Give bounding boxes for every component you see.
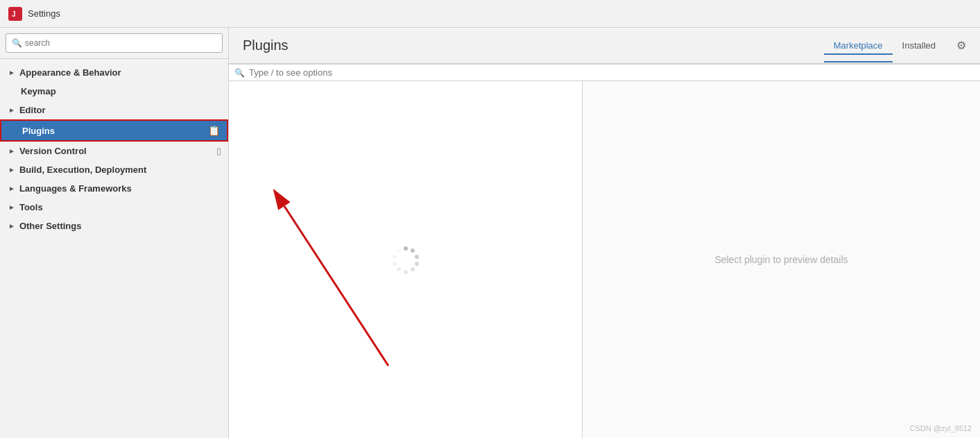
sidebar-item-label: Version Control <box>19 146 87 156</box>
loading-spinner <box>390 244 421 275</box>
svg-point-11 <box>397 249 401 253</box>
sidebar-search-input[interactable] <box>25 38 216 48</box>
settings-window: J Settings 🔍 ► Appearance & Behavior <box>0 0 980 438</box>
svg-point-10 <box>393 255 397 259</box>
sidebar: 🔍 ► Appearance & Behavior Keymap ► <box>0 28 229 438</box>
sidebar-item-keymap[interactable]: Keymap <box>0 82 228 101</box>
sidebar-item-other-settings[interactable]: ► Other Settings <box>0 217 228 235</box>
svg-point-7 <box>404 270 408 274</box>
sidebar-nav: ► Appearance & Behavior Keymap ► Editor … <box>0 59 228 438</box>
sidebar-item-appearance-behavior[interactable]: ► Appearance & Behavior <box>0 63 228 82</box>
tab-marketplace[interactable]: Marketplace <box>824 36 893 55</box>
chevron-right-icon: ► <box>8 147 15 155</box>
copy-icon: 📋 <box>208 125 220 136</box>
window-title: Settings <box>28 8 60 19</box>
svg-point-5 <box>415 262 419 266</box>
svg-line-13 <box>284 206 388 366</box>
svg-point-9 <box>393 262 397 266</box>
plugins-header: Plugins Marketplace Installed ⚙ <box>229 28 980 64</box>
watermark: CSDN @zyl_9512 <box>910 424 972 432</box>
gear-icon[interactable]: ⚙ <box>956 39 966 52</box>
plugin-list-panel <box>229 81 583 438</box>
content-area: Select plugin to preview details <box>229 81 980 438</box>
svg-point-2 <box>404 246 408 251</box>
sidebar-item-editor[interactable]: ► Editor <box>0 101 228 119</box>
svg-text:J: J <box>12 10 16 18</box>
sidebar-item-label: Tools <box>19 202 43 212</box>
sidebar-item-plugins[interactable]: Plugins 📋 <box>0 119 228 142</box>
sidebar-item-languages-frameworks[interactable]: ► Languages & Frameworks <box>0 179 228 198</box>
chevron-right-icon: ► <box>8 185 15 192</box>
sidebar-item-label: Plugins <box>10 126 55 136</box>
svg-point-8 <box>397 267 401 271</box>
sidebar-search-wrapper[interactable]: 🔍 <box>6 33 223 53</box>
app-icon: J <box>8 7 22 21</box>
chevron-right-icon: ► <box>8 203 15 211</box>
svg-point-3 <box>411 249 415 253</box>
copy-icon: ▯ <box>216 146 221 156</box>
tab-installed[interactable]: Installed <box>893 36 945 55</box>
sidebar-item-label: Other Settings <box>19 221 82 231</box>
chevron-right-icon: ► <box>8 106 15 114</box>
chevron-right-icon: ► <box>8 69 15 76</box>
plugin-search-icon: 🔍 <box>234 68 245 78</box>
svg-point-6 <box>411 267 415 271</box>
title-bar: J Settings <box>0 0 980 28</box>
sidebar-item-build-execution[interactable]: ► Build, Execution, Deployment <box>0 160 228 179</box>
plugin-search-input[interactable] <box>249 67 974 78</box>
chevron-right-icon: ► <box>8 222 15 230</box>
sidebar-item-tools[interactable]: ► Tools <box>0 198 228 217</box>
main-content: 🔍 ► Appearance & Behavior Keymap ► <box>0 28 980 438</box>
sidebar-item-label: Appearance & Behavior <box>19 67 121 78</box>
sidebar-item-version-control[interactable]: ► Version Control ▯ <box>0 142 228 160</box>
chevron-right-icon: ► <box>8 166 15 174</box>
svg-point-4 <box>415 255 419 259</box>
right-panel: Plugins Marketplace Installed ⚙ 🔍 <box>229 28 980 438</box>
sidebar-search-container: 🔍 <box>0 28 228 59</box>
watermark-text: CSDN @zyl_9512 <box>910 424 972 432</box>
sidebar-item-label: Build, Execution, Deployment <box>19 165 146 175</box>
detail-placeholder-text: Select plugin to preview details <box>714 254 848 265</box>
tab-bar: Marketplace Installed ⚙ <box>824 36 966 55</box>
plugin-search-bar: 🔍 <box>229 65 980 81</box>
annotation-arrow <box>250 185 444 380</box>
plugin-detail-panel: Select plugin to preview details <box>583 81 980 438</box>
sidebar-item-label: Keymap <box>8 86 56 96</box>
sidebar-item-label: Editor <box>19 105 46 115</box>
spinner-svg <box>390 244 421 275</box>
sidebar-search-icon: 🔍 <box>12 38 22 48</box>
plugins-title: Plugins <box>243 37 289 53</box>
sidebar-item-label: Languages & Frameworks <box>19 183 132 194</box>
